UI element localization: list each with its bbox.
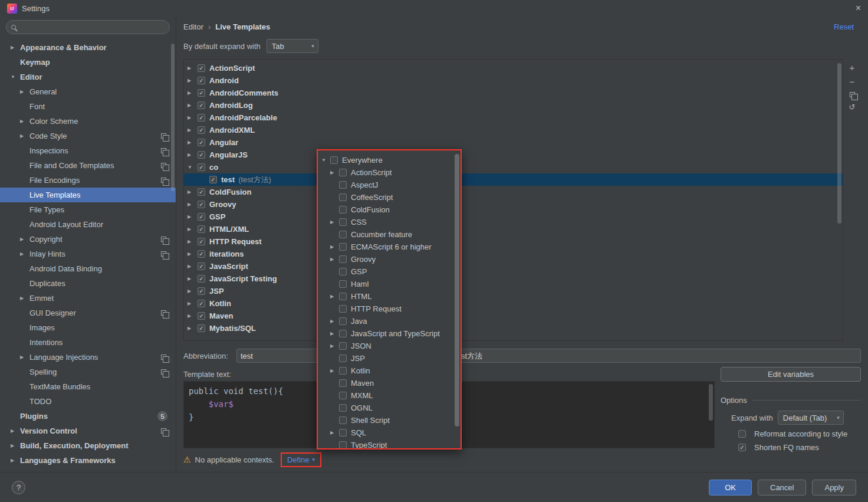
checkbox[interactable] (339, 280, 347, 288)
checkbox[interactable] (339, 305, 347, 313)
expand-arrow-icon[interactable]: ▶ (20, 133, 29, 139)
context-item-html[interactable]: ▶HTML (318, 290, 461, 303)
checkbox[interactable] (198, 238, 205, 245)
sidebar-item-font[interactable]: Font (0, 99, 176, 114)
sidebar-item-inlay-hints[interactable]: ▶Inlay Hints (0, 247, 176, 261)
context-item-kotlin[interactable]: ▶Kotlin (318, 365, 461, 377)
template-group-android[interactable]: ▶Android (184, 74, 843, 87)
checkbox[interactable] (198, 312, 205, 320)
sidebar-item-version-control[interactable]: ▶Version Control (0, 424, 176, 438)
checkbox[interactable] (339, 268, 347, 275)
cancel-button[interactable]: Cancel (758, 480, 806, 496)
sidebar-item-appearance-behavior[interactable]: ▶Appearance & Behavior (0, 40, 176, 55)
context-item-actionscript[interactable]: ▶ActionScript (318, 166, 461, 179)
sidebar-item-file-types[interactable]: File Types (0, 202, 176, 217)
expand-arrow-icon[interactable]: ▶ (188, 103, 198, 108)
checkbox[interactable] (339, 441, 347, 449)
context-item-maven[interactable]: Maven (318, 377, 461, 389)
expand-arrow-icon[interactable]: ▼ (188, 165, 198, 170)
duplicate-icon[interactable] (850, 92, 855, 97)
expand-arrow-icon[interactable]: ▶ (188, 78, 198, 83)
context-item-ognl[interactable]: OGNL (318, 402, 461, 414)
sidebar-item-file-and-code-templates[interactable]: File and Code Templates (0, 158, 176, 173)
default-expand-dropdown[interactable]: Tab ▾ (267, 39, 318, 53)
template-group-html-xml[interactable]: ▶HTML/XML (184, 223, 843, 235)
expand-arrow-icon[interactable]: ▶ (330, 257, 339, 262)
expand-arrow-icon[interactable]: ▶ (188, 288, 198, 294)
revert-icon[interactable]: ↺ (849, 103, 856, 111)
checkbox[interactable] (738, 430, 746, 438)
context-item-java[interactable]: ▶Java (318, 315, 461, 327)
expand-arrow-icon[interactable]: ▶ (188, 214, 198, 219)
checkbox[interactable] (198, 89, 205, 97)
template-group-kotlin[interactable]: ▶Kotlin (184, 297, 843, 310)
help-button[interactable]: ? (12, 481, 25, 494)
template-group-androidxml[interactable]: ▶AndroidXML (184, 124, 843, 136)
expand-arrow-icon[interactable]: ▶ (330, 170, 339, 175)
template-group-co[interactable]: ▼co (184, 161, 843, 173)
context-item-groovy[interactable]: ▶Groovy (318, 253, 461, 265)
expand-arrow-icon[interactable]: ▶ (20, 119, 29, 124)
checkbox[interactable] (198, 163, 205, 171)
checkbox[interactable] (198, 64, 205, 72)
sidebar-item-duplicates[interactable]: Duplicates (0, 276, 176, 291)
ok-button[interactable]: OK (709, 480, 752, 496)
checkbox[interactable] (198, 151, 205, 159)
context-item-jsp[interactable]: JSP (318, 352, 461, 365)
context-item-cucumber-feature[interactable]: Cucumber feature (318, 228, 461, 241)
checkbox[interactable] (198, 213, 205, 221)
checkbox[interactable] (339, 255, 347, 263)
context-item-shell-script[interactable]: Shell Script (318, 414, 461, 426)
option-reformat-according-to-style[interactable]: Reformat according to style (721, 429, 861, 438)
context-item-gsp[interactable]: GSP (318, 265, 461, 278)
expand-arrow-icon[interactable]: ▼ (11, 74, 20, 80)
sidebar-item-intentions[interactable]: Intentions (0, 335, 176, 350)
sidebar-item-live-templates[interactable]: Live Templates (0, 188, 176, 202)
context-item-everywhere[interactable]: ▼Everywhere (318, 154, 461, 166)
expand-arrow-icon[interactable]: ▶ (188, 189, 198, 195)
checkbox[interactable] (738, 444, 746, 451)
template-group-iterations[interactable]: ▶iterations (184, 248, 843, 260)
checkbox[interactable] (198, 188, 205, 196)
tree-scrollbar[interactable] (837, 63, 841, 224)
sidebar-item-plugins[interactable]: Plugins5 (0, 409, 176, 424)
search-input[interactable] (19, 23, 165, 31)
sidebar-item-todo[interactable]: TODO (0, 394, 176, 409)
expand-arrow-icon[interactable]: ▶ (188, 140, 198, 145)
sidebar-item-code-style[interactable]: ▶Code Style (0, 129, 176, 143)
expand-arrow-icon[interactable]: ▼ (321, 158, 330, 163)
context-item-json[interactable]: ▶JSON (318, 340, 461, 352)
template-group-javascript-testing[interactable]: ▶JavaScript Testing (184, 273, 843, 285)
checkbox[interactable] (209, 176, 217, 183)
sidebar-item-spelling[interactable]: Spelling (0, 365, 176, 379)
sidebar-item-gui-designer[interactable]: GUI Designer (0, 306, 176, 320)
checkbox[interactable] (339, 317, 347, 325)
expand-arrow-icon[interactable]: ▶ (20, 355, 29, 360)
expand-arrow-icon[interactable]: ▶ (188, 227, 198, 232)
checkbox[interactable] (198, 201, 205, 208)
settings-search-box[interactable] (6, 20, 170, 34)
expand-arrow-icon[interactable]: ▶ (20, 89, 29, 94)
checkbox[interactable] (198, 114, 205, 122)
checkbox[interactable] (339, 392, 347, 399)
expand-arrow-icon[interactable]: ▶ (188, 239, 198, 244)
template-group-angularjs[interactable]: ▶AngularJS (184, 149, 843, 161)
expand-arrow-icon[interactable]: ▶ (11, 428, 20, 434)
template-group-mybatis-sql[interactable]: ▶Mybatis/SQL (184, 322, 843, 334)
template-group-coldfusion[interactable]: ▶ColdFusion (184, 186, 843, 198)
sidebar-item-android-data-binding[interactable]: Android Data Binding (0, 261, 176, 276)
expand-arrow-icon[interactable]: ▶ (330, 331, 339, 336)
remove-icon[interactable]: − (850, 78, 855, 86)
checkbox[interactable] (339, 243, 347, 251)
expand-arrow-icon[interactable]: ▶ (20, 296, 29, 301)
breadcrumb-editor[interactable]: Editor (183, 22, 203, 31)
template-group-androidcomments[interactable]: ▶AndroidComments (184, 87, 843, 99)
checkbox[interactable] (339, 404, 347, 412)
context-item-css[interactable]: ▶CSS (318, 216, 461, 228)
checkbox[interactable] (198, 77, 205, 84)
reset-link[interactable]: Reset (834, 22, 854, 31)
template-group-gsp[interactable]: ▶GSP (184, 211, 843, 223)
sidebar-item-color-scheme[interactable]: ▶Color Scheme (0, 114, 176, 129)
sidebar-item-android-layout-editor[interactable]: Android Layout Editor (0, 217, 176, 232)
expand-arrow-icon[interactable]: ▶ (330, 219, 339, 225)
